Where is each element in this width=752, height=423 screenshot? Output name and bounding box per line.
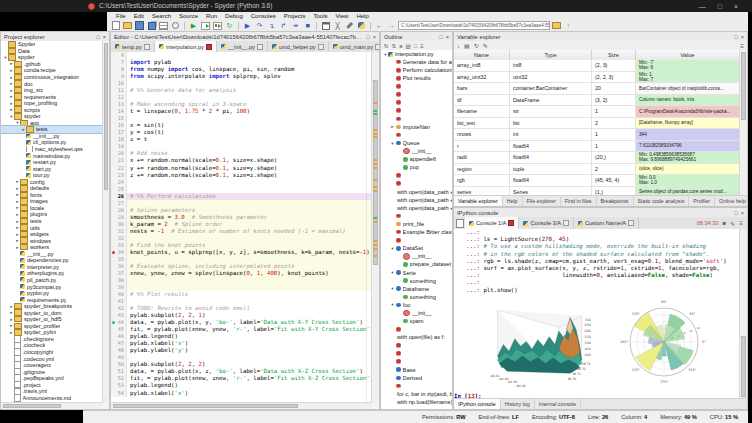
outline-item[interactable] [381, 236, 452, 244]
outline-item[interactable]: __init__ [381, 309, 452, 317]
outline-item[interactable] [381, 382, 452, 390]
toolbar-button-save-file[interactable] [134, 21, 145, 31]
toolbar-button-save-all[interactable] [146, 21, 157, 31]
console-dock-tab-internal-console[interactable]: Internal console [535, 399, 581, 409]
outline-item[interactable]: ▾DataSet [381, 244, 452, 252]
toolbar-button-preferences[interactable] [344, 21, 355, 31]
outline-item[interactable]: Generate data for analysis [381, 58, 452, 66]
menu-run[interactable]: Run [202, 13, 221, 19]
dock-tab-find-in-files[interactable]: Find in files [561, 196, 597, 206]
menu-file[interactable]: File [112, 13, 130, 19]
toolbar-button-parent-directory[interactable]: ↑ [563, 21, 574, 31]
outline-item[interactable] [381, 115, 452, 123]
toolbar-button-debug-file[interactable]: ▶ [242, 21, 253, 31]
dock-tab-breakpoints[interactable]: Breakpoints [597, 196, 634, 206]
menu-source[interactable]: Source [175, 13, 202, 19]
toolbar-button-new-file[interactable] [110, 21, 121, 31]
undock-icon[interactable]: □ [96, 34, 99, 40]
console-browse-tabs-icon[interactable] [454, 218, 465, 228]
outline-item[interactable]: ▾Serie [381, 269, 452, 277]
variable-table-vscrollbar[interactable] [739, 50, 747, 196]
outline-item[interactable] [381, 325, 452, 333]
toolbar-button-maximize-pane[interactable] [320, 21, 331, 31]
outline-item[interactable] [381, 171, 452, 179]
outline-item[interactable]: something [381, 277, 452, 285]
outline-restore-tree-icon[interactable]: ▤ [405, 43, 410, 49]
outline-item[interactable]: appendleft [381, 155, 452, 163]
outline-item[interactable]: ▾Queue [381, 139, 452, 147]
variable-row[interactable]: list_testlist2[Dataframe, Numpy array] [454, 118, 740, 130]
undock-icon[interactable]: □ [734, 210, 737, 216]
close-button[interactable]: × [734, 3, 738, 10]
column-header-name[interactable]: Name [454, 50, 510, 60]
outline-item[interactable]: with open(data_path + outpu... [381, 188, 452, 196]
outline-options-icon[interactable]: Ξ [420, 43, 424, 49]
outline-item[interactable] [381, 82, 452, 90]
outline-item[interactable]: __init__ [381, 147, 452, 155]
dock-tab-file-explorer[interactable]: File explorer [523, 196, 561, 206]
outline-item[interactable]: print_file [381, 220, 452, 228]
dock-tab-profiler[interactable]: Profiler [689, 196, 715, 206]
console-dock-tab-ipython-console[interactable]: IPython console [454, 399, 501, 409]
close-icon[interactable]: × [741, 34, 744, 40]
toolbar-button-symbol-finder[interactable] [170, 21, 181, 31]
outline-item[interactable]: Example Bitter class [381, 228, 452, 236]
toolbar-button-open-file[interactable] [122, 21, 133, 31]
undock-icon[interactable]: □ [366, 34, 369, 40]
variable-row[interactable]: regiontuple2(slice, slice) [454, 164, 740, 176]
tab-close-icon[interactable] [563, 220, 569, 226]
variable-row[interactable]: nrowsint1344 [454, 129, 740, 141]
menu-search[interactable]: Search [148, 13, 175, 19]
tab-close-icon[interactable] [144, 44, 150, 50]
variable-explorer-options-icon[interactable]: Ξ [740, 43, 744, 49]
variable-row[interactable]: barscontainer.BarContainer20BarContainer… [454, 83, 740, 95]
outline-item[interactable] [381, 212, 452, 220]
outline-item[interactable] [381, 90, 452, 98]
dock-tab-online-help[interactable]: Online help [715, 196, 747, 206]
variable-row[interactable]: array_uint32uint32(2, 2, 3)Min: 1 Max: 7 [454, 72, 740, 84]
console-vscrollbar[interactable] [739, 229, 747, 399]
editor-tab-interpolation.py[interactable]: interpolation.py [155, 41, 217, 52]
outline-item[interactable] [381, 180, 452, 188]
outline-item[interactable] [381, 341, 452, 349]
toolbar-button-forward[interactable]: → [386, 21, 397, 31]
dock-tab-static-code-analysis[interactable]: Static code analysis [634, 196, 690, 206]
editor-tab-temp.py[interactable]: temp.py [111, 41, 155, 52]
menu-projects[interactable]: Projects [280, 13, 310, 19]
close-icon[interactable]: × [741, 210, 744, 216]
undock-icon[interactable]: □ [734, 34, 737, 40]
console-tab-console-3-a[interactable]: Console 3/A [519, 217, 573, 229]
outline-item[interactable]: ▾foo [381, 301, 452, 309]
options-gear-icon[interactable]: Ξ [739, 220, 743, 226]
menu-help[interactable]: Help [352, 13, 372, 19]
tab-close-icon[interactable] [206, 44, 212, 50]
outline-item[interactable] [381, 358, 452, 366]
outline-go-to-cursor-icon[interactable]: ↻ [384, 43, 389, 49]
outline-item[interactable]: ▾interpolation.py [381, 50, 452, 58]
breakpoint-icon[interactable] [112, 251, 116, 255]
outline-item[interactable]: with open(file) as f: [381, 333, 452, 341]
variable-row[interactable]: rfloat6417.611082589334796 [454, 141, 740, 153]
outline-item[interactable]: something [381, 293, 452, 301]
outline-item[interactable] [381, 99, 452, 107]
menu-consoles[interactable]: Consoles [247, 13, 280, 19]
variable-explorer-refresh-icon[interactable]: ↻ [474, 42, 479, 49]
outline-item[interactable] [381, 349, 452, 357]
console-tab-console-1-a[interactable]: Console 1/A [465, 217, 519, 229]
tab-close-icon[interactable] [628, 220, 634, 226]
outline-item[interactable]: ▸imputeNan [381, 123, 452, 131]
outline-item[interactable]: Derived [381, 374, 452, 382]
outline-item[interactable]: Plot results [381, 74, 452, 82]
editor-vscrollbar[interactable] [371, 52, 379, 403]
toolbar-button-step-return[interactable]: ↱ [278, 21, 289, 31]
tab-close-icon[interactable] [375, 44, 379, 50]
toolbar-button-browse-working-directory[interactable] [551, 21, 562, 31]
editor-tab-__init__.py[interactable]: __init__.py [217, 41, 268, 52]
outline-expand-all-icon[interactable]: ≡ [399, 43, 402, 49]
toolbar-button-file-switcher[interactable] [158, 21, 169, 31]
console-tab-custom-name-a[interactable]: Custom Name/A [574, 217, 639, 229]
interrupt-kernel-icon[interactable]: ■ [722, 220, 726, 226]
outline-item[interactable]: with open(data_path + outpu... [381, 204, 452, 212]
undock-icon[interactable]: □ [439, 34, 442, 40]
outline-item[interactable] [381, 131, 452, 139]
